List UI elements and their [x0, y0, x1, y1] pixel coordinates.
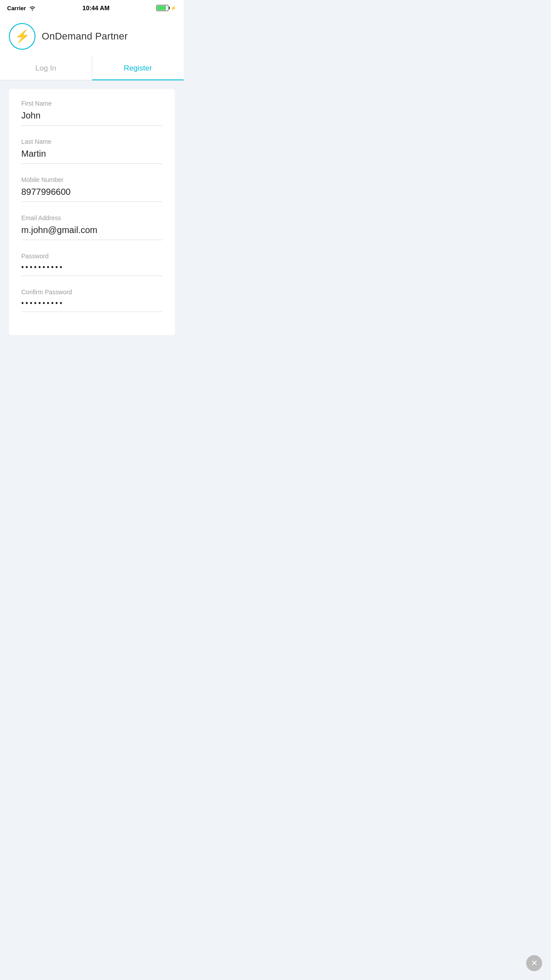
email-address-value[interactable]: m.john@gmail.com: [21, 225, 162, 240]
confirm-password-value[interactable]: ••••••••••: [21, 299, 162, 312]
mobile-number-label: Mobile Number: [21, 176, 162, 183]
carrier-label: Carrier: [7, 5, 26, 12]
form-field-mobile-number: Mobile Number8977996600: [21, 176, 162, 202]
app-title: OnDemand Partner: [42, 31, 128, 42]
password-label: Password: [21, 253, 162, 260]
register-form: First NameJohnLast NameMartinMobile Numb…: [9, 89, 175, 335]
status-right: ⚡: [156, 5, 177, 11]
mobile-number-value[interactable]: 8977996600: [21, 187, 162, 202]
form-field-confirm-password: Confirm Password••••••••••: [21, 288, 162, 312]
form-field-email-address: Email Addressm.john@gmail.com: [21, 214, 162, 240]
confirm-password-label: Confirm Password: [21, 288, 162, 296]
time-display: 10:44 AM: [83, 4, 110, 12]
battery-fill: [157, 6, 166, 10]
first-name-value[interactable]: John: [21, 111, 162, 126]
tabs-container: Log In Register: [0, 57, 184, 80]
last-name-value[interactable]: Martin: [21, 149, 162, 164]
status-bar: Carrier 10:44 AM ⚡: [0, 0, 184, 16]
status-left: Carrier: [7, 5, 36, 12]
last-name-label: Last Name: [21, 138, 162, 145]
app-header: ⚡ OnDemand Partner: [0, 16, 184, 57]
first-name-label: First Name: [21, 100, 162, 107]
form-field-first-name: First NameJohn: [21, 100, 162, 126]
form-field-last-name: Last NameMartin: [21, 138, 162, 164]
form-field-password: Password••••••••••: [21, 253, 162, 276]
logo-bolt-icon: ⚡: [15, 30, 30, 43]
charging-icon: ⚡: [170, 5, 177, 11]
tab-login[interactable]: Log In: [0, 57, 92, 80]
tab-register[interactable]: Register: [92, 57, 184, 80]
password-value[interactable]: ••••••••••: [21, 263, 162, 276]
battery-icon: [156, 5, 169, 11]
wifi-icon: [29, 5, 36, 11]
app-logo: ⚡: [9, 23, 35, 50]
email-address-label: Email Address: [21, 214, 162, 221]
